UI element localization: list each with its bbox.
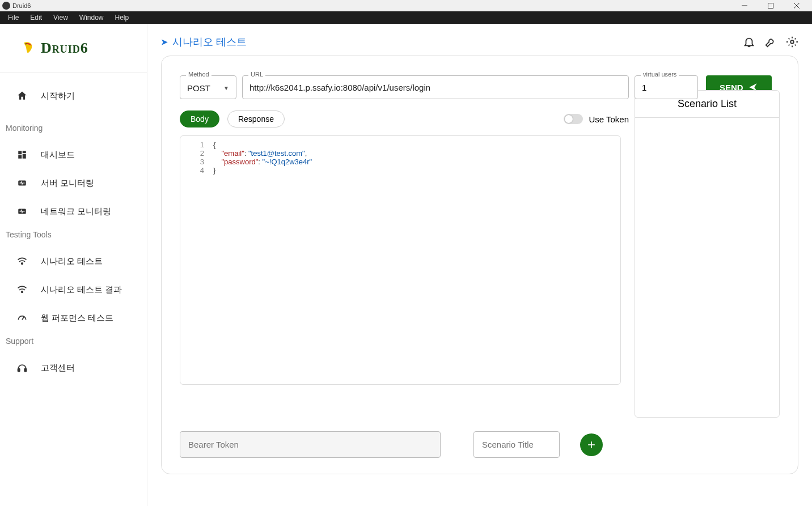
tab-response[interactable]: Response	[227, 110, 285, 127]
bell-icon[interactable]	[743, 36, 755, 48]
chevron-right-icon: ➤	[161, 37, 168, 46]
sidebar-section-support: Support	[0, 332, 147, 354]
scenario-list-panel: Scenario List	[635, 90, 780, 418]
sidebar-item-label: 대시보드	[41, 150, 75, 160]
svg-point-11	[22, 263, 23, 265]
parrot-icon	[20, 41, 35, 56]
add-scenario-button[interactable]	[580, 433, 603, 456]
url-label: URL	[248, 71, 265, 78]
bearer-token-input[interactable]	[180, 431, 441, 458]
sidebar: Druid6 시작하기 Monitoring 대시보드 서버 모니터링	[0, 24, 147, 506]
app-icon	[2, 2, 10, 10]
menubar: File Edit View Window Help	[0, 11, 812, 24]
menu-edit[interactable]: Edit	[24, 14, 48, 22]
sidebar-item-label: 시나리오 테스트	[41, 256, 103, 267]
use-token-toggle[interactable]	[564, 114, 583, 124]
page-title: 시나리오 테스트	[172, 35, 247, 49]
menu-file[interactable]: File	[2, 14, 24, 22]
vu-label: virtual users	[641, 71, 679, 78]
sidebar-item-network-monitoring[interactable]: 네트워크 모니터링	[0, 197, 147, 226]
method-value: POST	[187, 83, 210, 93]
window-titlebar: Druid6	[0, 0, 812, 11]
sidebar-item-label: 시작하기	[41, 91, 75, 101]
svg-rect-6	[23, 151, 26, 153]
sidebar-item-scenario-result[interactable]: 시나리오 테스트 결과	[0, 275, 147, 304]
sidebar-item-label: 시나리오 테스트 결과	[41, 284, 122, 295]
page-header: ➤ 시나리오 테스트	[161, 24, 798, 56]
sidebar-item-server-monitoring[interactable]: 서버 모니터링	[0, 169, 147, 197]
chevron-down-icon: ▼	[223, 85, 229, 91]
svg-rect-7	[23, 154, 26, 159]
maximize-button[interactable]	[758, 0, 784, 11]
logo: Druid6	[0, 24, 147, 73]
sidebar-item-label: 웹 퍼포먼스 테스트	[41, 313, 113, 324]
method-select[interactable]: Method POST ▼	[180, 75, 236, 99]
virtual-users-input[interactable]: virtual users	[635, 75, 698, 99]
close-button[interactable]	[784, 0, 810, 11]
use-token-label: Use Token	[589, 114, 629, 124]
menu-help[interactable]: Help	[109, 14, 135, 22]
gauge-icon	[16, 312, 28, 324]
sidebar-item-web-perf[interactable]: 웹 퍼포먼스 테스트	[0, 304, 147, 332]
menu-view[interactable]: View	[48, 14, 74, 22]
dashboard-icon	[16, 148, 28, 161]
wifi-icon	[16, 283, 28, 296]
sidebar-item-label: 서버 모니터링	[41, 178, 94, 189]
wrench-icon[interactable]	[764, 36, 777, 48]
svg-point-12	[22, 291, 23, 293]
tab-body[interactable]: Body	[180, 110, 219, 127]
svg-rect-8	[18, 155, 22, 159]
headset-icon	[16, 362, 28, 374]
main-content: ➤ 시나리오 테스트 Method	[147, 24, 812, 506]
sidebar-item-label: 고객센터	[41, 363, 75, 373]
sidebar-item-support[interactable]: 고객센터	[0, 354, 147, 382]
sidebar-section-monitoring: Monitoring	[0, 119, 147, 141]
svg-rect-1	[768, 3, 773, 8]
wifi-icon	[16, 255, 28, 267]
svg-point-16	[790, 40, 794, 44]
vu-value[interactable]	[642, 83, 691, 92]
heartbeat-icon	[16, 205, 28, 218]
svg-rect-5	[18, 151, 22, 154]
window-controls	[731, 0, 810, 11]
url-value: http://k6s2041.p.ssafy.io:8080/api/v1/us…	[249, 83, 430, 92]
minimize-button[interactable]	[731, 0, 758, 11]
svg-line-13	[22, 317, 24, 320]
sidebar-item-dashboard[interactable]: 대시보드	[0, 141, 147, 169]
sidebar-section-testing: Testing Tools	[0, 226, 147, 247]
sidebar-item-label: 네트워크 모니터링	[41, 206, 111, 217]
svg-point-4	[26, 43, 27, 44]
logo-text: Druid6	[41, 40, 88, 57]
window-title: Druid6	[12, 2, 31, 9]
method-label: Method	[186, 71, 212, 78]
request-card: Method POST ▼ URL http://k6s2041.p.ssafy…	[161, 56, 798, 474]
menu-window[interactable]: Window	[74, 14, 109, 22]
sidebar-item-scenario-test[interactable]: 시나리오 테스트	[0, 247, 147, 275]
scenario-title-input[interactable]	[473, 431, 560, 458]
svg-rect-15	[24, 369, 26, 372]
gear-icon[interactable]	[786, 36, 798, 48]
url-input[interactable]: URL http://k6s2041.p.ssafy.io:8080/api/v…	[242, 75, 629, 99]
heartbeat-icon	[16, 177, 28, 189]
home-icon	[16, 90, 28, 102]
sidebar-item-start[interactable]: 시작하기	[0, 73, 147, 119]
body-editor[interactable]: 1{ 2 "email": "test1@test.com", 3 "passw…	[180, 135, 621, 385]
svg-rect-14	[18, 369, 20, 372]
